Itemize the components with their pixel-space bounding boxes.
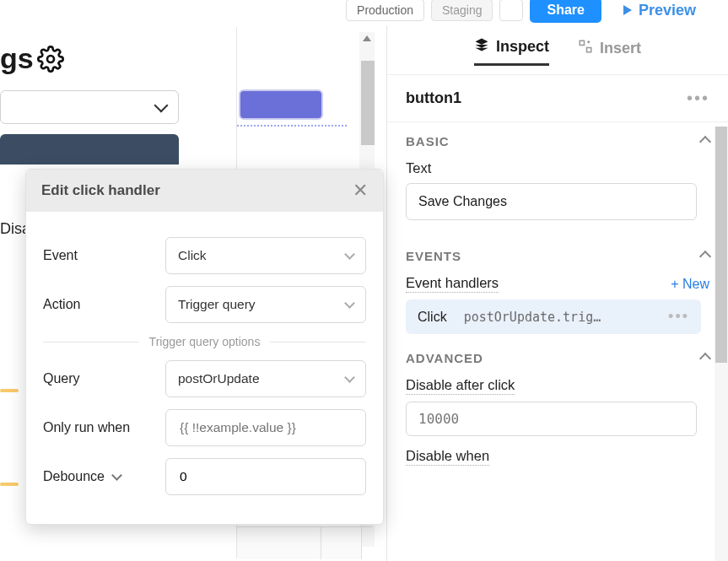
svg-rect-1 xyxy=(580,40,584,45)
scroll-up-icon[interactable] xyxy=(363,35,371,41)
panel-scrollbar-thumb[interactable] xyxy=(715,127,727,363)
preview-button[interactable]: Preview xyxy=(608,0,711,23)
debounce-field[interactable] xyxy=(178,468,353,485)
canvas-selection-guide xyxy=(237,125,347,127)
svg-point-0 xyxy=(47,56,54,62)
modal-title: Edit click handler xyxy=(41,182,160,199)
events-heading: EVENTS xyxy=(406,249,461,263)
chevron-up-icon[interactable] xyxy=(699,250,711,262)
env-tab-staging[interactable]: Staging xyxy=(431,0,493,21)
text-prop-input[interactable]: Save Changes xyxy=(406,183,697,220)
chevron-up-icon[interactable] xyxy=(699,352,711,364)
component-name[interactable]: button1 xyxy=(406,89,461,107)
chevron-down-icon xyxy=(344,249,355,260)
share-button[interactable]: Share xyxy=(530,0,601,23)
debounce-label: Debounce xyxy=(43,469,105,484)
only-run-field[interactable] xyxy=(178,419,353,436)
query-value: postOrUpdate xyxy=(178,371,260,386)
chevron-up-icon[interactable] xyxy=(699,135,711,147)
layers-icon xyxy=(474,37,489,57)
handler-menu-icon[interactable]: ••• xyxy=(668,308,689,326)
chevron-down-icon xyxy=(344,372,355,383)
bottom-panel xyxy=(237,526,372,558)
edit-handler-modal: Edit click handler ✕ Event Click Action … xyxy=(25,169,384,525)
new-handler-button[interactable]: + New xyxy=(671,277,709,292)
tab-inspect[interactable]: Inspect xyxy=(474,37,549,66)
canvas-scrollbar-thumb[interactable] xyxy=(361,61,375,145)
action-select[interactable]: Trigger query xyxy=(165,286,366,323)
tab-inspect-label: Inspect xyxy=(496,38,549,56)
topbar-square-button[interactable] xyxy=(499,0,523,21)
divider-text: Trigger query options xyxy=(149,335,261,348)
divider xyxy=(270,342,366,343)
text-prop-label: Text xyxy=(406,160,709,176)
highlight-bar-1 xyxy=(0,389,19,392)
chevron-down-icon[interactable] xyxy=(111,470,122,481)
component-menu-icon[interactable]: ••• xyxy=(687,89,709,108)
action-value: Trigger query xyxy=(178,297,256,312)
env-tab-production[interactable]: Production xyxy=(346,0,424,21)
event-label: Event xyxy=(43,248,165,263)
query-select[interactable]: postOrUpdate xyxy=(165,360,366,397)
preview-label: Preview xyxy=(639,2,696,19)
insert-icon xyxy=(578,39,593,58)
event-select[interactable]: Click xyxy=(165,237,366,274)
action-label: Action xyxy=(43,297,165,312)
chevron-down-icon xyxy=(344,298,355,309)
canvas-button-component[interactable] xyxy=(239,89,323,120)
handler-event: Click xyxy=(418,310,447,325)
text-prop-value: Save Changes xyxy=(418,194,507,208)
inspector-panel: Inspect Insert button1 ••• BASIC Text Sa… xyxy=(386,25,728,561)
tab-insert[interactable]: Insert xyxy=(578,39,641,65)
basic-heading: BASIC xyxy=(406,134,450,148)
gear-icon xyxy=(37,46,64,73)
debounce-input[interactable] xyxy=(165,458,366,495)
handler-row[interactable]: Click postOrUpdate.trig… ••• xyxy=(406,299,701,334)
play-icon xyxy=(623,5,632,15)
only-run-input[interactable] xyxy=(165,409,366,446)
only-run-label: Only run when xyxy=(43,420,165,435)
event-handlers-label: Event handlers xyxy=(406,275,499,293)
handler-code: postOrUpdate.trig… xyxy=(464,310,651,325)
svg-rect-2 xyxy=(587,47,591,51)
highlight-bar-2 xyxy=(0,483,19,486)
divider xyxy=(43,342,139,343)
query-label: Query xyxy=(43,371,165,386)
tab-insert-label: Insert xyxy=(600,40,641,57)
heading-fragment: gs xyxy=(0,42,34,75)
disable-when-label: Disable when xyxy=(406,448,489,466)
dropdown-empty[interactable] xyxy=(0,90,179,124)
event-value: Click xyxy=(178,248,207,263)
disable-after-label: Disable after click xyxy=(406,377,515,395)
modal-close-icon[interactable]: ✕ xyxy=(353,181,368,200)
advanced-heading: ADVANCED xyxy=(406,351,483,365)
dark-bar xyxy=(0,134,179,165)
chevron-down-icon xyxy=(154,99,169,113)
disable-after-input[interactable] xyxy=(406,402,697,436)
